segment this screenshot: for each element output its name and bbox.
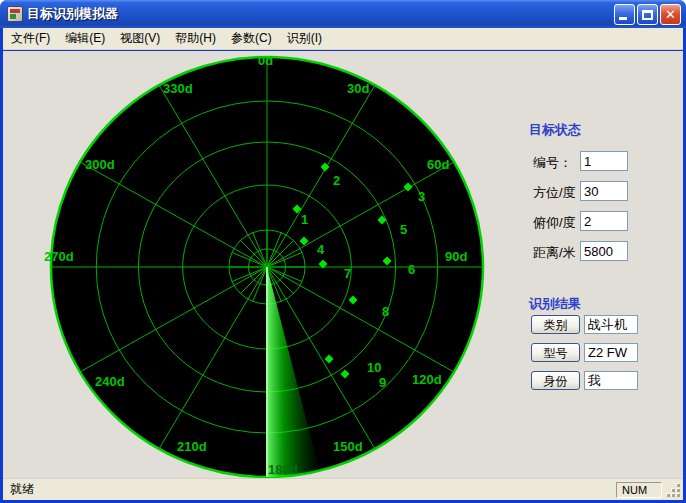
svg-text:8: 8	[382, 304, 389, 319]
maximize-button[interactable]	[637, 4, 658, 25]
client-area: 0d30d60d90d120d150d180d210d240d270d300d3…	[3, 51, 683, 478]
app-window: 目标识别模拟器 ✕ 文件(F) 编辑(E) 视图(V) 帮助(H) 参数(C) …	[0, 0, 686, 503]
svg-text:330d: 330d	[163, 81, 193, 96]
menu-help[interactable]: 帮助(H)	[175, 30, 216, 47]
field-row-elevation: 俯仰/度：	[525, 211, 681, 232]
elevation-input[interactable]	[580, 211, 628, 231]
svg-text:2: 2	[333, 173, 340, 188]
window-title: 目标识别模拟器	[27, 5, 118, 23]
resize-grip[interactable]	[666, 481, 682, 499]
svg-text:150d: 150d	[333, 439, 363, 454]
range-input[interactable]	[580, 241, 628, 261]
menu-view[interactable]: 视图(V)	[120, 30, 160, 47]
menu-recognize[interactable]: 识别(I)	[287, 30, 322, 47]
result-row-identity: 身份	[525, 371, 681, 391]
menu-params[interactable]: 参数(C)	[231, 30, 272, 47]
svg-text:0d: 0d	[258, 53, 273, 68]
minimize-icon	[619, 17, 627, 20]
close-button[interactable]: ✕	[660, 4, 681, 25]
svg-text:120d: 120d	[412, 372, 442, 387]
identity-button[interactable]: 身份	[531, 371, 580, 390]
model-button[interactable]: 型号	[531, 343, 580, 362]
field-row-id: 编号：	[525, 151, 681, 172]
minimize-button[interactable]	[614, 4, 635, 25]
svg-text:60d: 60d	[427, 157, 449, 172]
svg-text:4: 4	[317, 242, 325, 257]
menu-file[interactable]: 文件(F)	[11, 30, 50, 47]
title-bar[interactable]: 目标识别模拟器 ✕	[0, 0, 686, 28]
svg-text:3: 3	[418, 189, 425, 204]
result-row-category: 类别	[525, 315, 681, 335]
svg-text:5: 5	[400, 222, 407, 237]
identity-value[interactable]	[584, 371, 638, 390]
svg-text:10: 10	[367, 360, 381, 375]
side-panel: 目标状态 编号： 方位/度： 俯仰/度： 距离/米： 识别结果 类别	[525, 51, 681, 478]
menu-edit[interactable]: 编辑(E)	[65, 30, 105, 47]
maximize-icon	[642, 10, 653, 20]
status-ready-text: 就绪	[3, 481, 616, 498]
app-icon	[7, 6, 23, 22]
field-row-azimuth: 方位/度：	[525, 181, 681, 202]
svg-text:6: 6	[408, 262, 415, 277]
category-value[interactable]	[584, 315, 638, 334]
status-bar: 就绪 NUM	[3, 478, 683, 500]
num-lock-indicator: NUM	[616, 482, 662, 498]
result-row-model: 型号	[525, 343, 681, 363]
svg-text:90d: 90d	[445, 249, 467, 264]
svg-text:180d: 180d	[268, 462, 298, 477]
azimuth-input[interactable]	[580, 181, 628, 201]
svg-text:210d: 210d	[177, 439, 207, 454]
svg-text:1: 1	[301, 212, 308, 227]
category-button[interactable]: 类别	[531, 315, 580, 334]
field-row-range: 距离/米：	[525, 241, 681, 262]
id-input[interactable]	[580, 151, 628, 171]
svg-text:240d: 240d	[95, 374, 125, 389]
svg-text:30d: 30d	[347, 81, 369, 96]
radar-display: 0d30d60d90d120d150d180d210d240d270d300d3…	[3, 51, 513, 478]
menu-bar: 文件(F) 编辑(E) 视图(V) 帮助(H) 参数(C) 识别(I)	[3, 28, 683, 50]
close-icon: ✕	[661, 5, 680, 24]
target-status-title: 目标状态	[529, 121, 581, 139]
svg-text:300d: 300d	[85, 157, 115, 172]
model-value[interactable]	[584, 343, 638, 362]
svg-text:270d: 270d	[44, 249, 74, 264]
id-label: 编号：	[533, 154, 572, 172]
svg-text:9: 9	[379, 375, 386, 390]
result-title: 识别结果	[529, 295, 581, 313]
svg-text:7: 7	[344, 266, 351, 281]
